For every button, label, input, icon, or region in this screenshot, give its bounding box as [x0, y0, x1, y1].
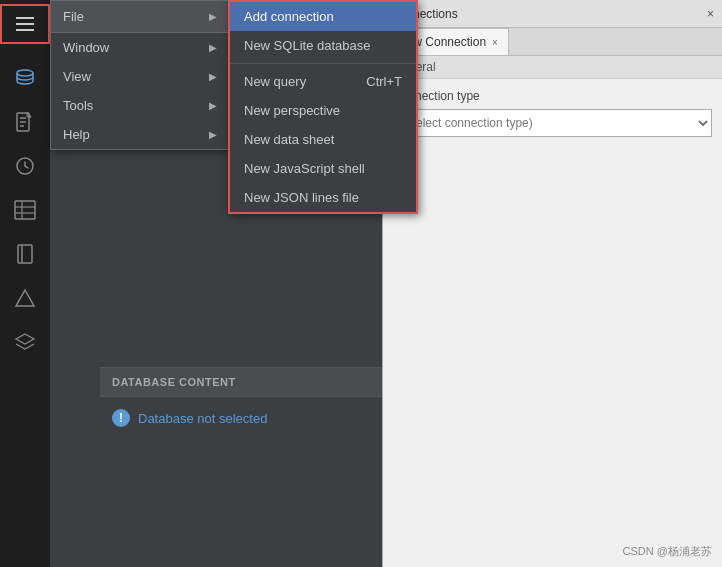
file-menu-popup: File ▶ Window ▶ View ▶ Tools ▶ Help ▶	[50, 0, 230, 150]
submenu-new-json[interactable]: New JSON lines file	[230, 183, 416, 212]
section-general-header: General	[383, 56, 722, 79]
submenu-add-connection[interactable]: Add connection	[230, 2, 416, 31]
window-arrow-icon: ▶	[209, 42, 217, 53]
watermark-text: CSDN @杨浦老苏	[623, 545, 712, 557]
window-label: Window	[63, 40, 109, 55]
menu-item-help[interactable]: Help ▶	[51, 120, 229, 149]
menu-item-window[interactable]: Window ▶	[51, 33, 229, 62]
tools-label: Tools	[63, 98, 93, 113]
submenu-popup: Add connection New SQLite database New q…	[228, 0, 418, 214]
watermark: CSDN @杨浦老苏	[623, 544, 712, 559]
db-content-header: DATABASE CONTENT	[100, 367, 382, 397]
new-data-sheet-label: New data sheet	[244, 132, 334, 147]
new-query-label: New query	[244, 74, 306, 89]
view-label: View	[63, 69, 91, 84]
new-sqlite-label: New SQLite database	[244, 38, 370, 53]
main-content: DATABASE CONTENT ! Database not selected…	[50, 0, 722, 567]
view-arrow-icon: ▶	[209, 71, 217, 82]
file-arrow-icon: ▶	[209, 11, 217, 22]
new-js-shell-label: New JavaScript shell	[244, 161, 365, 176]
svg-point-0	[17, 70, 33, 76]
connections-panel: Connections × New Connection × General C…	[382, 0, 722, 567]
sidebar	[0, 0, 50, 567]
new-query-shortcut: Ctrl+T	[366, 74, 402, 89]
connections-titlebar: Connections ×	[383, 0, 722, 28]
svg-marker-12	[16, 290, 34, 306]
connections-content: General Connection type (select connecti…	[383, 56, 722, 567]
menu-item-view[interactable]: View ▶	[51, 62, 229, 91]
svg-marker-13	[16, 334, 34, 344]
svg-rect-6	[15, 201, 35, 219]
sidebar-book-icon[interactable]	[0, 232, 50, 276]
hamburger-menu-button[interactable]	[0, 4, 50, 44]
db-content-area: DATABASE CONTENT ! Database not selected	[100, 367, 382, 567]
submenu-new-data-sheet[interactable]: New data sheet	[230, 125, 416, 154]
connections-tabs: New Connection ×	[383, 28, 722, 56]
new-connection-tab-close[interactable]: ×	[492, 37, 498, 48]
connection-type-label: Connection type	[393, 89, 712, 103]
new-json-label: New JSON lines file	[244, 190, 359, 205]
connection-type-field-group: Connection type (select connection type)	[383, 79, 722, 147]
svg-rect-10	[18, 245, 32, 263]
sidebar-history-icon[interactable]	[0, 144, 50, 188]
submenu-separator-1	[230, 63, 416, 64]
sidebar-database-icon[interactable]	[0, 56, 50, 100]
sidebar-file-icon[interactable]	[0, 100, 50, 144]
db-not-selected-text: Database not selected	[138, 411, 267, 426]
add-connection-label: Add connection	[244, 9, 334, 24]
sidebar-table-icon[interactable]	[0, 188, 50, 232]
file-menu-title: File	[63, 9, 84, 24]
sidebar-layers-icon[interactable]	[0, 320, 50, 364]
connection-type-select[interactable]: (select connection type)	[393, 109, 712, 137]
submenu-new-sqlite[interactable]: New SQLite database	[230, 31, 416, 60]
submenu-new-perspective[interactable]: New perspective	[230, 96, 416, 125]
tools-arrow-icon: ▶	[209, 100, 217, 111]
submenu-new-query[interactable]: New query Ctrl+T	[230, 67, 416, 96]
sidebar-triangle-icon[interactable]	[0, 276, 50, 320]
connections-close-button[interactable]: ×	[707, 7, 714, 21]
info-icon: !	[112, 409, 130, 427]
help-label: Help	[63, 127, 90, 142]
submenu-new-js-shell[interactable]: New JavaScript shell	[230, 154, 416, 183]
menu-item-tools[interactable]: Tools ▶	[51, 91, 229, 120]
hamburger-icon	[16, 17, 34, 31]
db-content-title: DATABASE CONTENT	[112, 376, 236, 388]
help-arrow-icon: ▶	[209, 129, 217, 140]
new-perspective-label: New perspective	[244, 103, 340, 118]
db-content-body: ! Database not selected	[100, 397, 382, 439]
file-menu-header: File ▶	[51, 1, 229, 33]
